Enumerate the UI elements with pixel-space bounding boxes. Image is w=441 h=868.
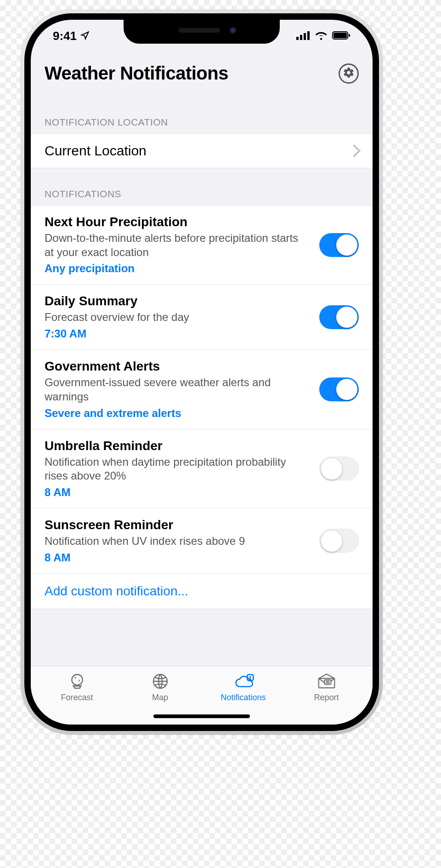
row-option-link[interactable]: Any precipitation xyxy=(45,262,310,275)
toggle-next-hour[interactable] xyxy=(319,233,359,257)
svg-rect-1 xyxy=(300,35,302,40)
tab-label: Report xyxy=(314,693,339,702)
tab-report[interactable]: Report xyxy=(285,672,368,725)
cloud-alert-icon xyxy=(233,672,254,691)
tab-label: Notifications xyxy=(220,693,266,702)
screen: 9:41 Weath xyxy=(31,20,373,725)
gear-icon xyxy=(343,67,355,80)
row-option-link[interactable]: 7:30 AM xyxy=(45,327,310,340)
row-desc: Notification when UV index rises above 9 xyxy=(45,534,310,548)
notch xyxy=(124,20,280,44)
location-value: Current Location xyxy=(45,143,340,159)
phone-frame: 9:41 Weath xyxy=(21,10,383,735)
svg-rect-2 xyxy=(304,33,306,40)
row-title: Next Hour Precipitation xyxy=(45,215,310,229)
svg-rect-13 xyxy=(324,680,331,684)
page-header: Weather Notifications xyxy=(31,52,373,92)
row-title: Sunscreen Reminder xyxy=(45,518,310,532)
globe-icon xyxy=(151,672,170,691)
wifi-icon xyxy=(315,29,328,43)
svg-rect-6 xyxy=(349,34,350,37)
clock: 9:41 xyxy=(53,29,77,43)
row-option-link[interactable]: 8 AM xyxy=(45,486,310,499)
notification-row-sunscreen: Sunscreen Reminder Notification when UV … xyxy=(31,508,373,574)
add-custom-row[interactable]: Add custom notification... xyxy=(31,574,373,609)
svg-rect-5 xyxy=(334,33,347,38)
toggle-sunscreen[interactable] xyxy=(319,529,359,553)
location-icon xyxy=(80,29,90,43)
location-row[interactable]: Current Location xyxy=(31,134,373,168)
tab-label: Forecast xyxy=(61,693,93,702)
envelope-icon xyxy=(317,672,337,691)
toggle-umbrella[interactable] xyxy=(319,457,359,480)
notification-row-next-hour: Next Hour Precipitation Down-to-the-minu… xyxy=(31,206,373,285)
svg-point-11 xyxy=(249,679,250,680)
settings-button[interactable] xyxy=(339,63,359,84)
row-option-link[interactable]: Severe and extreme alerts xyxy=(45,407,310,420)
toggle-daily[interactable] xyxy=(319,305,359,329)
notification-row-umbrella: Umbrella Reminder Notification when dayt… xyxy=(31,429,373,508)
row-desc: Government-issued severe weather alerts … xyxy=(45,376,310,404)
section-header-notifications: NOTIFICATIONS xyxy=(31,168,373,205)
toggle-gov[interactable] xyxy=(319,377,359,401)
crystal-ball-icon xyxy=(68,672,86,691)
battery-icon xyxy=(332,29,351,43)
row-desc: Down-to-the-minute alerts before precipi… xyxy=(45,231,310,259)
section-header-location: NOTIFICATION LOCATION xyxy=(31,92,373,133)
tab-label: Map xyxy=(152,693,168,702)
tab-forecast[interactable]: Forecast xyxy=(35,672,119,725)
chevron-right-icon xyxy=(350,146,359,155)
row-option-link[interactable]: 8 AM xyxy=(45,551,310,564)
home-indicator[interactable] xyxy=(153,714,250,718)
row-title: Daily Summary xyxy=(45,294,310,308)
notification-row-gov: Government Alerts Government-issued seve… xyxy=(31,350,373,429)
row-desc: Notification when daytime precipitation … xyxy=(45,455,310,483)
row-title: Government Alerts xyxy=(45,359,310,374)
svg-point-7 xyxy=(72,674,82,685)
page-title: Weather Notifications xyxy=(45,63,228,84)
row-title: Umbrella Reminder xyxy=(45,439,310,453)
notification-row-daily: Daily Summary Forecast overview for the … xyxy=(31,285,373,350)
cellular-icon xyxy=(296,29,310,43)
row-desc: Forecast overview for the day xyxy=(45,310,310,325)
svg-rect-3 xyxy=(307,31,310,40)
svg-rect-0 xyxy=(296,37,299,40)
add-custom-label: Add custom notification... xyxy=(45,584,188,599)
